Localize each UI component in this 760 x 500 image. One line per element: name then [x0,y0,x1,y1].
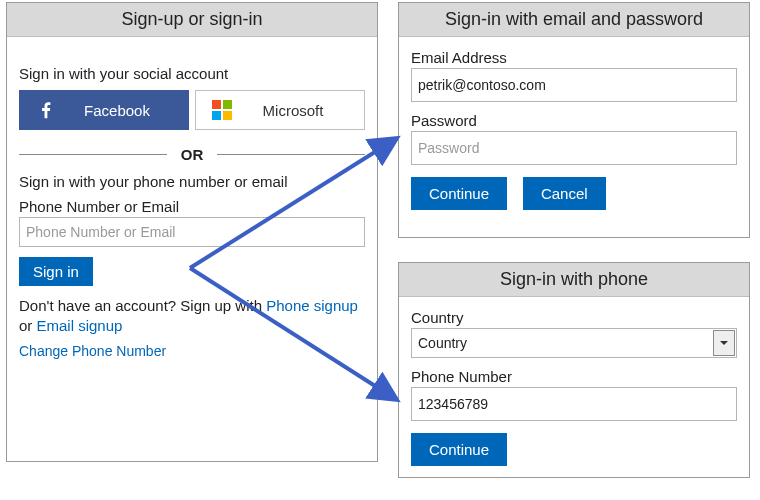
svg-rect-3 [223,111,232,120]
phone-number-input[interactable] [411,387,737,421]
phone-number-label: Phone Number [411,368,737,385]
microsoft-signin-button[interactable]: Microsoft [195,90,365,130]
signup-text: Don't have an account? Sign up with Phon… [19,296,365,337]
local-field-label: Phone Number or Email [19,198,365,215]
svg-rect-0 [212,100,221,109]
facebook-signin-button[interactable]: Facebook [19,90,189,130]
signin-email-panel: Sign-in with email and password Email Ad… [398,2,750,238]
email-buttons-row: Continue Cancel [411,177,737,210]
change-phone-number-link[interactable]: Change Phone Number [19,343,166,359]
signin-email-title: Sign-in with email and password [399,3,749,37]
password-input[interactable] [411,131,737,165]
signup-signin-body: Sign in with your social account Faceboo… [7,37,377,373]
email-continue-button[interactable]: Continue [411,177,507,210]
social-buttons-row: Facebook Microsoft [19,90,365,130]
signin-phone-panel: Sign-in with phone Country Phone Number … [398,262,750,478]
email-cancel-button[interactable]: Cancel [523,177,606,210]
signin-phone-body: Country Phone Number Continue [399,297,749,480]
or-divider: OR [19,146,365,163]
signin-phone-title: Sign-in with phone [399,263,749,297]
signup-prefix: Don't have an account? Sign up with [19,297,266,314]
email-input[interactable] [411,68,737,102]
divider-line-left [19,154,167,155]
phone-or-email-input[interactable] [19,217,365,247]
country-select[interactable] [411,328,737,358]
microsoft-label: Microsoft [242,102,358,119]
email-label: Email Address [411,49,737,66]
divider-line-right [217,154,365,155]
phone-signup-link[interactable]: Phone signup [266,297,358,314]
facebook-icon [26,92,66,128]
or-text: OR [167,146,218,163]
phone-continue-button[interactable]: Continue [411,433,507,466]
svg-rect-2 [212,111,221,120]
country-label: Country [411,309,737,326]
signin-button[interactable]: Sign in [19,257,93,286]
country-select-wrap [411,328,737,358]
password-label: Password [411,112,737,129]
facebook-label: Facebook [66,102,182,119]
microsoft-icon [202,92,242,128]
or-word: or [19,317,37,334]
svg-rect-1 [223,100,232,109]
email-signup-link[interactable]: Email signup [37,317,123,334]
phone-buttons-row: Continue [411,433,737,466]
signup-signin-panel: Sign-up or sign-in Sign in with your soc… [6,2,378,462]
social-signin-prompt: Sign in with your social account [19,65,365,82]
local-signin-prompt: Sign in with your phone number or email [19,173,365,190]
signup-signin-title: Sign-up or sign-in [7,3,377,37]
signin-email-body: Email Address Password Continue Cancel [399,37,749,224]
